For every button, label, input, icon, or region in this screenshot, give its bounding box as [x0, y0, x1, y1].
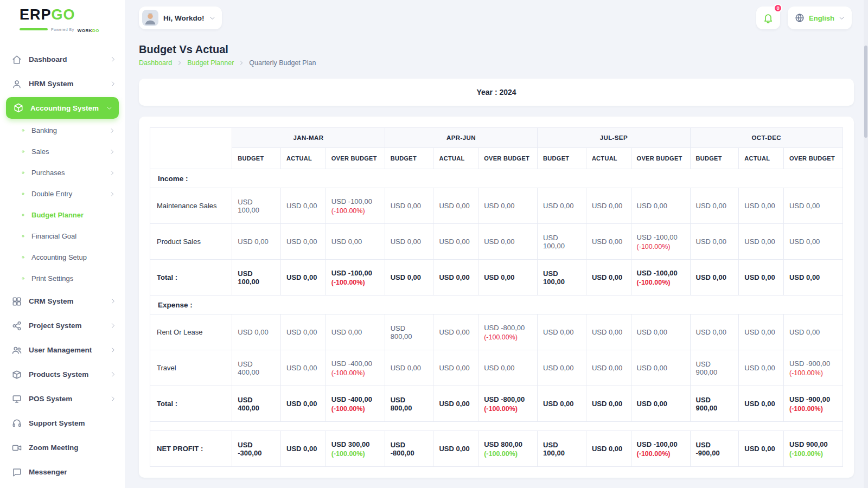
user-icon: [12, 79, 22, 89]
grid-icon: [12, 297, 22, 306]
sidebar-item-zoom-meeting[interactable]: Zoom Meeting: [0, 435, 125, 460]
sidebar-subitem-accounting-setup[interactable]: Accounting Setup: [0, 247, 125, 268]
table-cell: USD 0,00: [739, 350, 784, 386]
sidebar-nav: DashboardHRM SystemAccounting SystemBank…: [0, 47, 125, 484]
table-cell: USD 0,00: [783, 260, 843, 296]
cell-value: USD -100,00: [637, 440, 685, 448]
table-cell: USD 400,00: [232, 386, 281, 422]
language-label: English: [809, 14, 834, 22]
cell-value: USD 0,00: [391, 237, 428, 246]
sidebar-item-accounting-system[interactable]: Accounting System: [6, 97, 119, 119]
chevron-right-icon: [110, 128, 115, 133]
sidebar-subitem-label: Double Entry: [31, 190, 72, 198]
cell-value: USD 0,00: [744, 202, 778, 210]
sidebar: ERPGO Powered By WORKDO DashboardHRM Sys…: [0, 0, 125, 488]
sidebar-item-project-system[interactable]: Project System: [0, 313, 125, 338]
cell-value: USD 0,00: [789, 202, 837, 210]
column-header: BUDGET: [232, 148, 281, 169]
quarter-header: JAN-MAR: [232, 128, 385, 148]
table-cell: USD 0,00: [538, 350, 586, 386]
cell-percent: (-100.00%): [484, 405, 532, 413]
globe-icon: [795, 13, 805, 23]
scrollbar-thumb[interactable]: [864, 46, 867, 138]
table-cell: USD 0,00: [385, 188, 433, 224]
users-icon: [12, 345, 22, 355]
cell-value: USD 0,00: [744, 237, 778, 246]
chevron-right-icon: [110, 347, 116, 353]
table-cell: USD -300,00: [232, 431, 281, 467]
table-cell: USD -900,00(-100.00%): [783, 386, 843, 422]
table-cell: USD 0,00: [631, 188, 690, 224]
sidebar-subitem-print-settings[interactable]: Print Settings: [0, 268, 125, 289]
cell-value: USD 0,00: [484, 273, 532, 281]
table-cell: USD 800,00(-100.00%): [478, 431, 538, 467]
table-cell: USD 0,00: [631, 314, 690, 350]
table-cell: USD -800,00(-100.00%): [478, 386, 538, 422]
logo[interactable]: ERPGO Powered By WORKDO: [0, 0, 125, 37]
cell-value: USD -100,00: [331, 197, 379, 206]
chevron-down-icon: [839, 15, 845, 21]
table-cell: USD 900,00: [690, 386, 739, 422]
breadcrumb-budget-planner[interactable]: Budget Planner: [187, 59, 234, 67]
cell-value: USD 0,00: [439, 237, 473, 246]
table-cell: USD 0,00: [281, 431, 326, 467]
chevron-right-icon: [110, 170, 115, 176]
sidebar-subitem-purchases[interactable]: Purchases: [0, 162, 125, 183]
sidebar-item-dashboard[interactable]: Dashboard: [0, 47, 125, 72]
cell-value: USD 0,00: [286, 202, 320, 210]
language-selector[interactable]: English: [788, 7, 852, 29]
section-label: Expense :: [158, 301, 193, 309]
dot-icon: [21, 128, 25, 133]
column-header: BUDGET: [385, 148, 433, 169]
page-scrollbar[interactable]: [864, 0, 868, 488]
sidebar-subitem-budget-planner[interactable]: Budget Planner: [0, 204, 125, 226]
sidebar-item-support-system[interactable]: Support System: [0, 411, 125, 435]
cell-value: USD 100,00: [238, 198, 275, 214]
cell-value: USD 800,00: [391, 324, 428, 341]
table-row: Product SalesUSD 0,00USD 0,00USD 0,00USD…: [150, 224, 843, 260]
spacer-row: [150, 422, 843, 431]
sidebar-subitem-sales[interactable]: Sales: [0, 141, 125, 162]
user-menu[interactable]: Hi, Workdo!: [139, 7, 222, 29]
sidebar-item-hrm-system[interactable]: HRM System: [0, 72, 125, 96]
cell-value: USD -400,00: [331, 359, 379, 368]
cell-value: USD 0,00: [439, 400, 473, 408]
notifications-button[interactable]: 0: [756, 7, 780, 29]
quarter-header: JUL-SEP: [538, 128, 690, 148]
table-cell: USD 0,00: [783, 188, 843, 224]
cell-percent: (-100.00%): [331, 279, 379, 286]
chevron-right-icon: [110, 323, 116, 329]
share-icon: [12, 321, 22, 331]
greeting-text: Hi, Workdo!: [163, 14, 205, 22]
cell-value: USD 0,00: [543, 202, 580, 210]
sidebar-subitem-financial-goal[interactable]: Financial Goal: [0, 226, 125, 247]
video-icon: [12, 443, 22, 453]
table-head: JAN-MARAPR-JUNJUL-SEPOCT-DECBUDGETACTUAL…: [150, 128, 843, 169]
sidebar-item-label: Dashboard: [29, 55, 67, 63]
cell-value: USD 100,00: [543, 269, 580, 286]
cell-percent: (-100.00%): [484, 333, 532, 341]
table-cell: USD 0,00: [433, 350, 478, 386]
sidebar-subitem-banking[interactable]: Banking: [0, 120, 125, 141]
sidebar-item-products-system[interactable]: Products System: [0, 362, 125, 387]
cell-value: USD 0,00: [592, 445, 626, 453]
breadcrumb-dashboard[interactable]: Dashboard: [139, 59, 172, 67]
sidebar-subitem-double-entry[interactable]: Double Entry: [0, 183, 125, 204]
table-cell: USD -100,00(-100.00%): [631, 260, 690, 296]
app-root: ERPGO Powered By WORKDO DashboardHRM Sys…: [0, 0, 868, 488]
sidebar-item-messenger[interactable]: Messenger: [0, 460, 125, 484]
breadcrumb-current: Quarterly Budget Plan: [249, 59, 316, 67]
cell-value: USD 0,00: [439, 364, 473, 372]
column-header: ACTUAL: [739, 148, 784, 169]
sidebar-item-user-management[interactable]: User Management: [0, 338, 125, 362]
cell-percent: (-100.00%): [331, 369, 379, 377]
sidebar-item-crm-system[interactable]: CRM System: [0, 289, 125, 313]
chevron-right-icon: [110, 149, 115, 155]
table-cell: USD 0,00: [478, 224, 538, 260]
chevron-right-icon: [110, 371, 116, 377]
cell-value: USD 100,00: [543, 441, 580, 457]
table-cell: USD 800,00: [385, 386, 433, 422]
year-card: Year : 2024: [139, 79, 854, 106]
sidebar-item-pos-system[interactable]: POS System: [0, 387, 125, 411]
cell-value: USD -900,00: [789, 359, 837, 368]
